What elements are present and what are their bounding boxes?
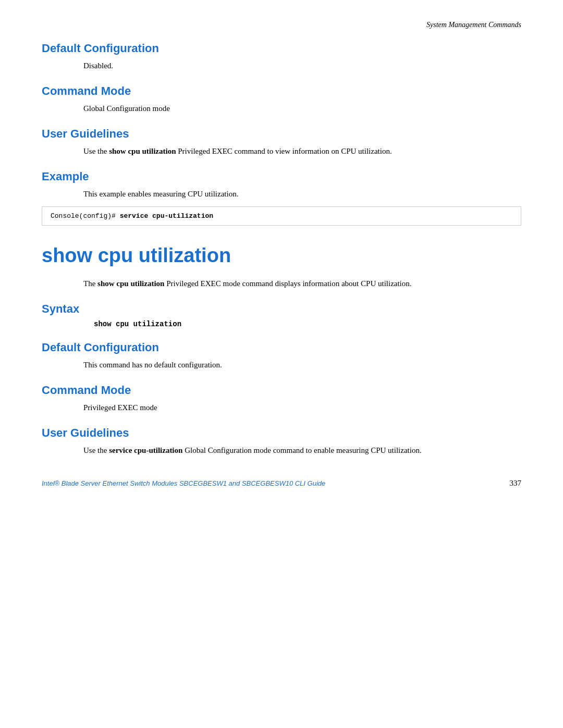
user-guidelines-prefix-1: Use the (83, 147, 109, 155)
page-footer: Intel® Blade Server Ethernet Switch Modu… (42, 479, 521, 488)
command-mode-section-1: Command Mode Global Configuration mode (42, 84, 521, 115)
command-mode-heading-1: Command Mode (42, 84, 521, 98)
user-guidelines-section-2: User Guidelines Use the service cpu-util… (42, 426, 521, 456)
example-heading: Example (42, 170, 521, 183)
default-config-heading-1: Default Configuration (42, 42, 521, 55)
user-guidelines-section-1: User Guidelines Use the show cpu utiliza… (42, 127, 521, 157)
command-intro: The show cpu utilization Privileged EXEC… (83, 277, 521, 290)
example-section: Example This example enables measuring C… (42, 170, 521, 226)
user-guidelines-bold-1: show cpu utilization (109, 147, 176, 155)
default-config-heading-2: Default Configuration (42, 341, 521, 354)
user-guidelines-text-1: Use the show cpu utilization Privileged … (83, 145, 521, 157)
command-title: show cpu utilization (42, 244, 521, 267)
example-text: This example enables measuring CPU utili… (83, 188, 521, 200)
page-number: 337 (510, 479, 522, 488)
command-mode-section-2: Command Mode Privileged EXEC mode (42, 384, 521, 414)
user-guidelines-text-2: Use the service cpu-utilization Global C… (83, 444, 521, 456)
user-guidelines-heading-1: User Guidelines (42, 127, 521, 141)
command-mode-heading-2: Command Mode (42, 384, 521, 397)
default-config-section-2: Default Configuration This command has n… (42, 341, 521, 371)
user-guidelines-bold-2: service cpu-utilization (109, 446, 182, 454)
intro-suffix: Privileged EXEC mode command displays in… (164, 279, 411, 288)
intro-bold: show cpu utilization (97, 279, 164, 288)
example-code-block: Console(config)# service cpu-utilization (42, 206, 521, 226)
intro-prefix: The (83, 279, 97, 288)
page-header: System Management Commands (42, 21, 521, 29)
footer-left-text: Intel® Blade Server Ethernet Switch Modu… (42, 479, 325, 487)
user-guidelines-suffix-2: Global Configuration mode command to ena… (182, 446, 421, 454)
syntax-heading: Syntax (42, 302, 521, 316)
syntax-code: show cpu utilization (94, 320, 521, 328)
code-prefix: Console(config)# (51, 212, 120, 220)
user-guidelines-heading-2: User Guidelines (42, 426, 521, 440)
code-bold: service cpu-utilization (120, 212, 213, 220)
command-mode-text-1: Global Configuration mode (83, 102, 521, 115)
syntax-section: Syntax show cpu utilization (42, 302, 521, 328)
user-guidelines-prefix-2: Use the (83, 446, 109, 454)
command-mode-text-2: Privileged EXEC mode (83, 401, 521, 414)
default-config-text-1: Disabled. (83, 59, 521, 72)
user-guidelines-suffix-1: Privileged EXEC command to view informat… (176, 147, 392, 155)
header-text: System Management Commands (426, 21, 521, 29)
default-config-text-2: This command has no default configuratio… (83, 359, 521, 371)
default-config-section-1: Default Configuration Disabled. (42, 42, 521, 72)
